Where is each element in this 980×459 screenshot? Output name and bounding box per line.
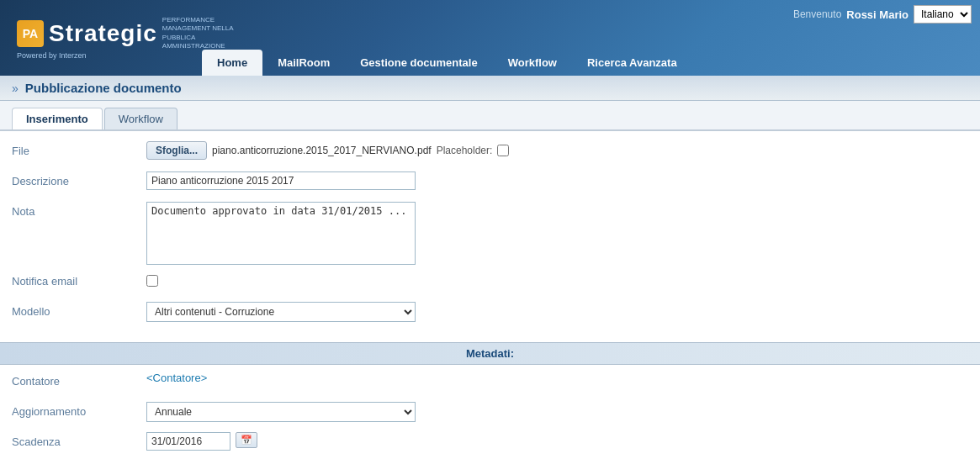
modello-row: Modello Altri contenuti - Corruzione Alt… (12, 302, 968, 325)
scadenza-input[interactable] (146, 432, 230, 451)
metadata-area: Contatore <Contatore> Aggiornamento Annu… (0, 365, 980, 459)
logo-icon: PA (17, 20, 44, 47)
descrizione-label: Descrizione (12, 171, 146, 187)
file-field: Sfoglia... piano.anticorruzione.2015_201… (146, 141, 968, 160)
metadata-header: Metadati: (0, 342, 980, 365)
scadenza-field: 📅 (146, 432, 968, 451)
logo-text: Strategic (49, 20, 157, 47)
nav-mailroom[interactable]: MailRoom (262, 50, 345, 76)
tabs-bar: Inserimento Workflow (0, 101, 980, 131)
nota-label: Nota (12, 202, 146, 218)
nav-home[interactable]: Home (202, 50, 262, 76)
aggiornamento-select[interactable]: Annuale Mensile Trimestrale (146, 402, 416, 422)
logo-main: PA Strategic PERFORMANCE MANAGEMENT NELL… (17, 16, 238, 51)
user-name: Rossi Mario (846, 8, 908, 21)
descrizione-row: Descrizione (12, 171, 968, 195)
nota-textarea[interactable]: Documento approvato in data 31/01/2015 .… (146, 202, 416, 265)
aggiornamento-field: Annuale Mensile Trimestrale (146, 402, 968, 422)
file-name-text: piano.anticorruzione.2015_2017_NERVIANO.… (212, 141, 432, 156)
nav-bar: Home MailRoom Gestione documentale Workf… (202, 50, 980, 76)
contatore-link[interactable]: <Contatore> (146, 372, 207, 384)
notifica-field (146, 272, 968, 287)
logo-info: PERFORMANCE MANAGEMENT NELLA PUBBLICA AM… (162, 16, 238, 51)
modello-field: Altri contenuti - Corruzione Altro conte… (146, 302, 968, 322)
sub-header: » Pubblicazione documento (0, 76, 980, 101)
page-title: Pubblicazione documento (25, 81, 182, 95)
scadenza-label: Scadenza (12, 432, 146, 448)
placeholder-label: Placeholder: (437, 141, 493, 156)
scadenza-row: Scadenza 📅 (12, 432, 968, 456)
powered-by: Powered by Interzen (17, 51, 87, 60)
placeholder-checkbox[interactable] (497, 145, 509, 156)
contatore-row: Contatore <Contatore> (12, 372, 968, 395)
calendar-button[interactable]: 📅 (236, 432, 257, 448)
welcome-text: Benvenuto (793, 8, 841, 20)
tab-workflow[interactable]: Workflow (104, 108, 177, 129)
file-row: File Sfoglia... piano.anticorruzione.201… (12, 141, 968, 165)
form-area: File Sfoglia... piano.anticorruzione.201… (0, 131, 980, 342)
header: PA Strategic PERFORMANCE MANAGEMENT NELL… (0, 0, 980, 76)
tab-inserimento[interactable]: Inserimento (12, 108, 103, 129)
aggiornamento-row: Aggiornamento Annuale Mensile Trimestral… (12, 402, 968, 425)
contatore-label: Contatore (12, 372, 146, 388)
descrizione-field (146, 171, 968, 190)
notifica-row: Notifica email (12, 272, 968, 295)
file-label: File (12, 141, 146, 157)
nav-ricerca[interactable]: Ricerca Avanzata (572, 50, 692, 76)
content-area: Inserimento Workflow File Sfoglia... pia… (0, 101, 980, 459)
breadcrumb-arrow: » (12, 82, 19, 95)
nota-field: Documento approvato in data 31/01/2015 .… (146, 202, 968, 265)
contatore-field: <Contatore> (146, 372, 968, 384)
nav-gestione[interactable]: Gestione documentale (345, 50, 492, 76)
aggiornamento-label: Aggiornamento (12, 402, 146, 418)
nota-row: Nota Documento approvato in data 31/01/2… (12, 202, 968, 265)
sfoglia-button[interactable]: Sfoglia... (146, 141, 207, 160)
modello-select[interactable]: Altri contenuti - Corruzione Altro conte… (146, 302, 416, 322)
notifica-checkbox[interactable] (146, 275, 158, 287)
notifica-label: Notifica email (12, 272, 146, 288)
nav-workflow[interactable]: Workflow (493, 50, 572, 76)
descrizione-input[interactable] (146, 171, 416, 190)
user-info: Benvenuto Rossi Mario Italiano (793, 5, 972, 24)
language-select[interactable]: Italiano (914, 5, 972, 24)
modello-label: Modello (12, 302, 146, 318)
